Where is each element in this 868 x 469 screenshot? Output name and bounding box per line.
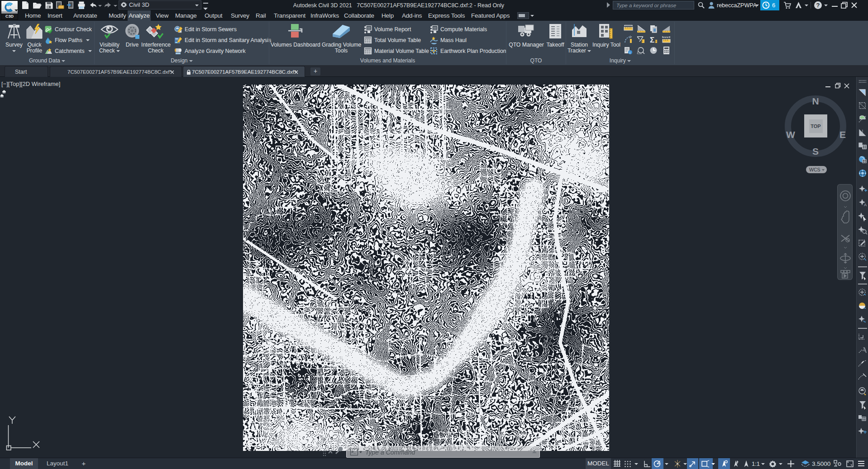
svg-text:Σ: Σ [650, 36, 654, 44]
svg-text:i: i [630, 50, 630, 54]
svg-text:A: A [864, 203, 867, 207]
